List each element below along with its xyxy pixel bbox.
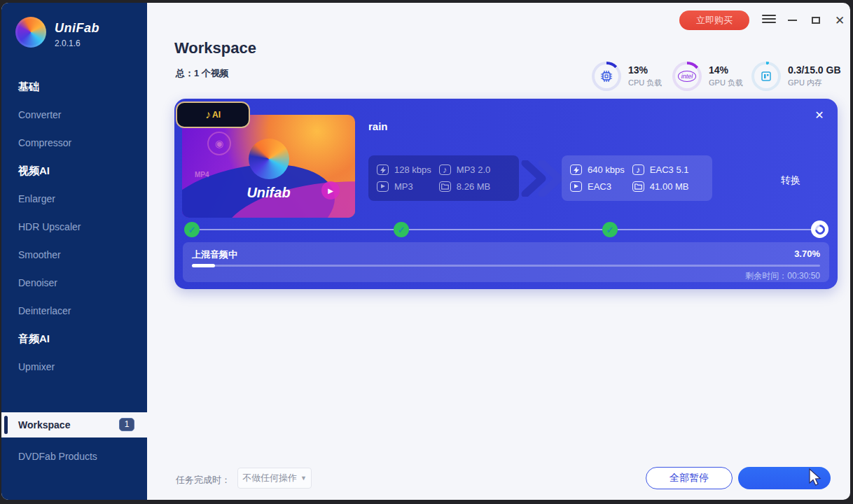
minimize-icon bbox=[788, 20, 797, 21]
progress-fill bbox=[192, 264, 215, 267]
sidebar-item-upmixer[interactable]: Upmixer bbox=[1, 353, 147, 381]
video-format-icon bbox=[377, 181, 389, 192]
task-card: ♪ AI ◉ MP4 Unifab ▶ rain ✕ 128 kbps ♪MP3… bbox=[174, 99, 838, 289]
chevron-down-icon: ▼ bbox=[300, 475, 307, 482]
remove-task-button[interactable]: ✕ bbox=[812, 108, 826, 122]
app-version: 2.0.1.6 bbox=[55, 38, 99, 48]
hamburger-menu-icon[interactable] bbox=[762, 15, 776, 26]
sidebar-item-compressor[interactable]: Compressor bbox=[1, 129, 147, 157]
file-size-icon bbox=[632, 181, 644, 192]
sidebar-item-dvdfab-products[interactable]: DVDFab Products bbox=[1, 442, 147, 470]
sidebar-item-hdr-upscaler[interactable]: HDR Upscaler bbox=[1, 213, 147, 241]
task-action-label: 转换 bbox=[749, 174, 833, 187]
cpu-load-ring bbox=[592, 62, 621, 91]
cpu-load-label: CPU 负载 bbox=[628, 78, 662, 88]
sidebar-nav: 基础 Converter Compressor 视频AI Enlarger HD… bbox=[1, 73, 147, 381]
minimize-button[interactable] bbox=[784, 13, 800, 28]
close-window-button[interactable]: ✕ bbox=[832, 13, 847, 28]
unifab-thumb-logo-icon bbox=[249, 139, 289, 179]
target-info-panel: 640 kbps ♪EAC3 5.1 EAC3 41.00 MB bbox=[562, 155, 712, 201]
music-note-icon: ♪ bbox=[205, 108, 211, 121]
buy-now-button[interactable]: 立即购买 bbox=[679, 10, 749, 30]
sidebar-item-workspace[interactable]: Workspace 1 bbox=[1, 412, 147, 438]
audio-codec-icon: ♪ bbox=[632, 164, 644, 175]
maximize-icon bbox=[812, 17, 820, 24]
maximize-button[interactable] bbox=[808, 13, 824, 28]
target-size: 41.00 MB bbox=[650, 181, 689, 192]
sidebar-item-deinterlacer[interactable]: Deinterlacer bbox=[1, 297, 147, 325]
task-title: rain bbox=[368, 120, 388, 132]
gpu-memory-value: 0.3/15.0 GB bbox=[788, 64, 841, 76]
sidebar-item-smoother[interactable]: Smoother bbox=[1, 241, 147, 269]
remaining-time: 剩余时间：00:30:50 bbox=[745, 270, 820, 282]
cpu-load-value: 13% bbox=[628, 64, 662, 76]
gpu-load-ring: intel bbox=[672, 62, 702, 91]
sidebar-item-converter[interactable]: Converter bbox=[1, 101, 147, 129]
gpu-load-label: GPU 负载 bbox=[709, 78, 743, 88]
mp4-watermark: MP4 bbox=[195, 171, 209, 178]
progress-percent: 3.70% bbox=[794, 248, 820, 259]
video-format-icon bbox=[570, 181, 582, 192]
audio-codec-icon: ♪ bbox=[439, 164, 451, 175]
bitrate-icon bbox=[377, 164, 389, 175]
active-item-accent bbox=[4, 416, 8, 434]
target-audio-codec: EAC3 5.1 bbox=[650, 164, 689, 175]
on-task-finish-dropdown[interactable]: 不做任何操作 ▼ bbox=[237, 468, 312, 489]
cpu-chip-icon bbox=[595, 64, 618, 88]
gpu-memory-ring bbox=[751, 62, 781, 91]
gpu-load-value: 14% bbox=[709, 64, 743, 76]
source-size: 8.26 MB bbox=[457, 181, 490, 192]
cpu-load-stat: 13% CPU 负载 bbox=[592, 62, 662, 91]
pause-all-button[interactable]: 全部暂停 bbox=[646, 467, 733, 489]
unifab-logo-icon bbox=[15, 17, 46, 48]
step-in-progress-spinner-icon bbox=[811, 220, 828, 238]
step-done-icon: ✓ bbox=[184, 222, 200, 237]
steps-connector-line bbox=[192, 229, 819, 230]
convert-direction-arrows bbox=[521, 160, 564, 197]
progress-stage-label: 上混音频中 bbox=[192, 248, 237, 261]
sidebar-item-workspace-label: Workspace bbox=[18, 419, 70, 430]
page-title: Workspace bbox=[174, 39, 256, 57]
step-done-icon: ✓ bbox=[602, 222, 618, 237]
step-done-icon: ✓ bbox=[394, 222, 409, 237]
source-info-panel: 128 kbps ♪MP3 2.0 MP3 8.26 MB bbox=[368, 155, 519, 201]
sidebar-section-video-ai: 视频AI bbox=[1, 157, 147, 185]
audio-ai-badge: ♪ AI bbox=[176, 102, 250, 128]
app-window: UniFab 2.0.1.6 基础 Converter Compressor 视… bbox=[1, 3, 850, 500]
file-size-icon bbox=[439, 181, 451, 192]
intel-logo-icon: intel bbox=[675, 64, 699, 88]
source-bitrate: 128 kbps bbox=[394, 164, 431, 175]
source-format: MP3 bbox=[394, 181, 413, 192]
app-logo: UniFab 2.0.1.6 bbox=[15, 17, 99, 48]
sidebar-item-denoiser[interactable]: Denoiser bbox=[1, 269, 147, 297]
gpu-memory-stat: 0.3/15.0 GB GPU 内存 bbox=[751, 62, 841, 91]
sidebar-section-audio-ai: 音频AI bbox=[1, 325, 147, 353]
video-thumbnail: ◉ MP4 Unifab ▶ bbox=[182, 115, 355, 218]
progress-track bbox=[192, 265, 820, 267]
gpu-memory-label: GPU 内存 bbox=[788, 78, 841, 88]
bitrate-icon bbox=[570, 164, 582, 175]
memory-icon bbox=[754, 64, 778, 88]
mouse-cursor bbox=[807, 468, 824, 487]
on-task-finish-value: 不做任何操作 bbox=[242, 472, 297, 484]
target-bitrate: 640 kbps bbox=[588, 164, 625, 175]
video-count-summary: 总：1 个视频 bbox=[176, 67, 229, 80]
app-name: UniFab bbox=[55, 21, 99, 36]
target-format: EAC3 bbox=[588, 181, 611, 192]
play-icon: ▶ bbox=[321, 181, 340, 200]
sidebar: UniFab 2.0.1.6 基础 Converter Compressor 视… bbox=[1, 3, 147, 500]
source-audio-codec: MP3 2.0 bbox=[457, 164, 490, 175]
gpu-load-stat: intel 14% GPU 负载 bbox=[672, 62, 743, 91]
speaker-icon: ◉ bbox=[207, 132, 231, 155]
workspace-count-badge: 1 bbox=[119, 418, 134, 431]
sidebar-item-enlarger[interactable]: Enlarger bbox=[1, 185, 147, 213]
sidebar-section-basic: 基础 bbox=[1, 73, 147, 101]
on-task-finish-label: 任务完成时： bbox=[176, 474, 230, 486]
progress-panel: 上混音频中 3.70% 剩余时间：00:30:50 bbox=[183, 242, 829, 282]
